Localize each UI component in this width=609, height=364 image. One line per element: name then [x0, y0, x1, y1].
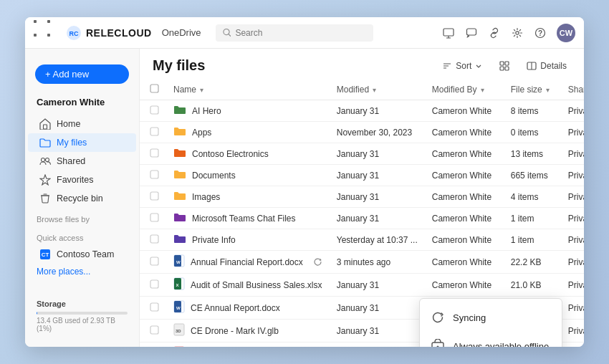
view-button[interactable]: [495, 58, 514, 74]
svg-rect-27: [150, 106, 158, 114]
sort-label: Sort: [456, 61, 471, 71]
col-modified-header[interactable]: Modified ▾: [330, 80, 425, 100]
file-name-cell[interactable]: W Annual Financial Report.docx: [166, 251, 330, 274]
row-checkbox[interactable]: [140, 208, 166, 229]
svg-rect-34: [150, 257, 158, 265]
product-name: OneDrive: [162, 27, 201, 38]
table-row[interactable]: Apps November 30, 2023 Cameron White 0 i…: [140, 122, 584, 143]
sidebar-item-label: Contoso Team: [57, 249, 114, 259]
file-name-cell[interactable]: 3D CE Drone - Mark IV.glb: [166, 320, 330, 343]
file-type-icon: X: [173, 277, 185, 292]
file-name-cell[interactable]: Contoso Electronics: [166, 143, 330, 165]
file-name-cell[interactable]: PDF Contoso Business Card.pdf: [166, 343, 330, 348]
row-checkbox[interactable]: [140, 165, 166, 186]
add-new-button[interactable]: + Add new: [35, 64, 129, 84]
search-bar[interactable]: [216, 24, 373, 42]
svg-line-3: [229, 34, 231, 37]
row-checkbox[interactable]: [140, 186, 166, 208]
file-name-cell[interactable]: Images: [166, 186, 330, 208]
file-size: 22.2 KB: [504, 251, 561, 274]
sort-arrow: ▾: [200, 86, 203, 94]
storage-label: Storage: [37, 300, 128, 308]
row-checkbox[interactable]: [140, 229, 166, 251]
file-size: 21.0 KB: [504, 274, 561, 297]
sidebar-item-label: Home: [57, 119, 80, 129]
row-checkbox[interactable]: [140, 143, 166, 165]
col-filesize-header[interactable]: File size ▾: [504, 80, 561, 100]
file-sharing: Private: [561, 143, 584, 165]
main-header: My files Sort Details: [140, 49, 584, 80]
grid-icon[interactable]: [34, 20, 59, 45]
help-icon[interactable]: ?: [534, 27, 547, 39]
trash-icon: [39, 193, 51, 204]
table-row[interactable]: W Annual Financial Report.docx 3 minutes…: [140, 251, 584, 274]
sort-button[interactable]: Sort: [438, 58, 486, 74]
more-places-link[interactable]: More places...: [25, 264, 139, 279]
sidebar-item-shared[interactable]: Shared: [28, 152, 136, 171]
browse-files-label: Browse files by: [25, 208, 139, 226]
monitor-icon[interactable]: [442, 27, 455, 39]
sidebar-item-label: My files: [57, 138, 87, 148]
file-modified: 3 minutes ago: [330, 251, 425, 274]
col-checkbox[interactable]: [140, 80, 166, 100]
link-icon[interactable]: [488, 27, 501, 39]
file-sharing: Private: [561, 251, 584, 274]
file-name-cell[interactable]: AI Hero: [166, 100, 330, 122]
file-size: 665 items: [504, 165, 561, 186]
table-row[interactable]: AI Hero January 31 Cameron White 8 items…: [140, 100, 584, 122]
file-type-icon: [173, 104, 186, 118]
file-name: Documents: [192, 171, 236, 181]
col-modifiedby-header[interactable]: Modified By ▾: [425, 80, 504, 100]
chat-icon[interactable]: [465, 27, 478, 39]
popup-item-syncing[interactable]: Syncing: [420, 303, 562, 332]
sidebar-item-recycle[interactable]: Recycle bin: [28, 189, 136, 208]
details-label: Details: [540, 61, 567, 71]
chevron-down-icon: [475, 62, 482, 70]
details-button[interactable]: Details: [522, 58, 571, 74]
sidebar-item-contoso-team[interactable]: CT Contoso Team: [28, 245, 136, 264]
sort-arrow: ▾: [546, 86, 550, 94]
sidebar-item-home[interactable]: Home: [28, 115, 136, 133]
settings-icon[interactable]: [511, 27, 524, 39]
svg-point-8: [516, 31, 519, 34]
table-row[interactable]: Images January 31 Cameron White 4 items …: [140, 186, 584, 208]
popup-item-always-offline[interactable]: Always available offline: [420, 332, 562, 347]
sidebar-item-favorites[interactable]: Favorites: [28, 171, 136, 189]
row-checkbox[interactable]: [140, 274, 166, 297]
table-row[interactable]: Microsoft Teams Chat Files January 31 Ca…: [140, 208, 584, 229]
col-name-header[interactable]: Name ▾: [166, 80, 330, 100]
avatar[interactable]: CW: [557, 24, 575, 42]
storage-bar: [37, 312, 128, 315]
table-row[interactable]: X Audit of Small Business Sales.xlsx Jan…: [140, 274, 584, 297]
file-name-cell[interactable]: Documents: [166, 165, 330, 186]
row-checkbox[interactable]: [140, 251, 166, 274]
file-name-cell[interactable]: Microsoft Teams Chat Files: [166, 208, 330, 229]
table-row[interactable]: Documents January 31 Cameron White 665 i…: [140, 165, 584, 186]
sidebar-item-myfiles[interactable]: My files: [28, 133, 136, 152]
col-sharing-header[interactable]: Sharing: [561, 80, 584, 100]
file-sharing: Private: [561, 320, 584, 343]
svg-rect-11: [44, 125, 47, 129]
svg-point-62: [437, 346, 439, 348]
file-modifiedby: Cameron White: [425, 122, 504, 143]
file-modified: January 31: [330, 100, 425, 122]
file-modified: January 31: [330, 143, 425, 165]
sidebar-item-label: Favorites: [57, 175, 93, 185]
file-name-cell[interactable]: W CE Annual Report.docx: [166, 297, 330, 320]
row-checkbox[interactable]: [140, 320, 166, 343]
file-name-cell[interactable]: Apps: [166, 122, 330, 143]
file-type-icon: [173, 168, 186, 182]
svg-rect-31: [150, 192, 158, 200]
search-input[interactable]: [235, 28, 365, 38]
sidebar: + Add new Cameron White Home My files Sh…: [25, 49, 140, 347]
file-name: Microsoft Teams Chat Files: [192, 214, 296, 224]
offline-icon: [430, 338, 446, 347]
table-row[interactable]: Private Info Yesterday at 10:37 ... Came…: [140, 229, 584, 251]
row-checkbox[interactable]: [140, 122, 166, 143]
table-row[interactable]: Contoso Electronics January 31 Cameron W…: [140, 143, 584, 165]
row-checkbox[interactable]: [140, 100, 166, 122]
row-checkbox[interactable]: [140, 297, 166, 320]
row-checkbox[interactable]: [140, 343, 166, 348]
file-name-cell[interactable]: Private Info: [166, 229, 330, 251]
file-name-cell[interactable]: X Audit of Small Business Sales.xlsx: [166, 274, 330, 297]
